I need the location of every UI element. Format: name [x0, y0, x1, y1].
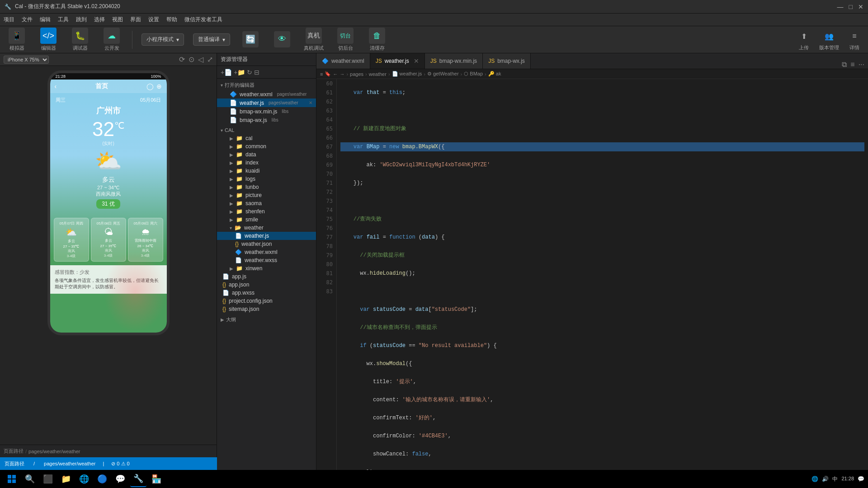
folder-xinwen[interactable]: ▶ 📁 xinwen [217, 264, 316, 272]
folder-saoma[interactable]: ▶ 📁 saoma [217, 199, 316, 207]
taskbar-search[interactable]: 🔍 [22, 471, 38, 487]
folder-picture[interactable]: ▶ 📁 picture [217, 191, 316, 199]
more-tabs-icon[interactable]: ≡ [850, 61, 854, 69]
window-controls[interactable]: — □ ✕ [837, 3, 863, 10]
code-content[interactable]: var that = this; // 新建百度地图对象 var BMap = … [337, 79, 868, 488]
breadcrumb-get-weather[interactable]: ⚙ getWeather [427, 71, 459, 77]
folder-smile[interactable]: ▶ 📁 smile [217, 216, 316, 224]
folder-weather[interactable]: ▾ 📂 weather [217, 224, 316, 232]
back-phone-icon[interactable]: ◁ [198, 55, 203, 64]
simulator-btn[interactable]: 📱 模拟器 [5, 28, 28, 52]
folder-data[interactable]: ▶ 📁 data [217, 150, 316, 159]
taskbar-cortana[interactable]: ⬛ [40, 471, 56, 487]
collapse-icon[interactable]: ⊟ [254, 69, 259, 76]
preview-btn[interactable]: 👁 [271, 31, 293, 48]
breadcrumb-pages[interactable]: pages [350, 71, 363, 77]
file-app-js[interactable]: 📄 app.js [217, 272, 316, 281]
breadcrumb-bookmark-icon: 🔖 [325, 71, 331, 77]
breadcrumb-weather-js[interactable]: 📄 weather.js [392, 71, 422, 77]
folder-index[interactable]: ▶ 📁 index [217, 159, 316, 167]
open-editors-label[interactable]: ▾ 打开的编辑器 [217, 80, 316, 90]
device-selector[interactable]: iPhone X 75% [4, 56, 49, 64]
breadcrumb-bmap[interactable]: ⬡ BMap [464, 71, 483, 77]
file-sitemap[interactable]: {} sitemap.json [217, 305, 316, 313]
maximize-button[interactable]: □ [849, 3, 853, 10]
tab-overflow-icon[interactable]: ··· [859, 61, 864, 69]
menu-item-视图[interactable]: 视图 [112, 16, 123, 23]
menu-item-选择[interactable]: 选择 [94, 16, 105, 23]
version-btn[interactable]: 👥 版本管理 [819, 28, 839, 51]
file-weather-wxss[interactable]: 📄 weather.wxss [217, 256, 316, 264]
menu-item-设置[interactable]: 设置 [148, 16, 159, 23]
file-weather-json[interactable]: {} weather.json [217, 240, 316, 248]
cal-root-label[interactable]: ▾ CAL [217, 126, 316, 134]
compile-dropdown[interactable]: 普通编译 ▾ [193, 33, 230, 46]
tab-close-icon[interactable]: ✕ [414, 57, 419, 65]
close-file-icon[interactable]: ✕ [309, 100, 312, 105]
menu-item-跳到[interactable]: 跳到 [76, 16, 87, 23]
breadcrumb-forward-btn[interactable]: → [340, 71, 344, 77]
menu-item-界面[interactable]: 界面 [130, 16, 141, 23]
folder-lunbo[interactable]: ▶ 📁 lunbo [217, 183, 316, 191]
clear-cache-btn[interactable]: 🗑 清缓存 [366, 28, 388, 52]
refresh-icon[interactable]: ↻ [247, 69, 252, 76]
tab-weather-js[interactable]: JS weather.js ✕ [370, 53, 425, 69]
file-weather-js[interactable]: 📄 weather.js [217, 232, 316, 240]
folder-common[interactable]: ▶ 📁 common [217, 142, 316, 150]
taskbar-store[interactable]: 🏪 [148, 471, 165, 487]
open-file-bmap[interactable]: 📄 bmap-wx.js libs [217, 116, 316, 124]
upload-btn[interactable]: ⬆ 上传 [796, 28, 812, 51]
menu-item-微信开发者工具[interactable]: 微信开发者工具 [184, 16, 222, 23]
folder-name-picture: picture [245, 192, 262, 198]
breadcrumb-back-btn[interactable]: ← [333, 71, 338, 77]
outline-label[interactable]: ▶ 大纲 [217, 315, 316, 324]
taskbar-wechat[interactable]: 💬 [112, 471, 128, 487]
open-file-weather-js[interactable]: 📄 weather.js pages\weather ✕ [217, 99, 316, 107]
taskbar-devtools[interactable]: 🔧 [130, 471, 146, 487]
folder-kuaidi[interactable]: ▶ 📁 kuaidi [217, 167, 316, 175]
back-btn[interactable]: 切台 切后台 [334, 28, 357, 52]
menu-item-工具[interactable]: 工具 [58, 16, 69, 23]
open-file-weather-wxml[interactable]: 🔷 weather.wxml pages\weather [217, 90, 316, 99]
device-debug-btn[interactable]: 真机 真机调试 [302, 28, 325, 52]
new-file-icon[interactable]: +📄 [221, 69, 232, 76]
taskbar-edge[interactable]: 🔵 [94, 471, 110, 487]
rotate-icon[interactable]: ⟳ [179, 55, 185, 64]
tab-bmap[interactable]: JS bmap-wx.js [483, 53, 531, 69]
file-app-wxss[interactable]: 📄 app.wxss [217, 289, 316, 297]
home-icon[interactable]: ⊙ [189, 55, 194, 64]
phone-back-btn[interactable]: ‹ [55, 83, 57, 90]
taskbar-chrome[interactable]: 🌐 [76, 471, 92, 487]
folder-icon-cal: 📁 [236, 135, 243, 141]
tab-weather-wxml[interactable]: 🔷 weather.wxml [316, 53, 370, 69]
menu-item-帮助[interactable]: 帮助 [166, 16, 177, 23]
editor-btn[interactable]: </> 编辑器 [37, 28, 60, 52]
weather-temp-container: 32℃ [56, 118, 161, 141]
file-weather-wxml[interactable]: 🔷 weather.wxml [217, 248, 316, 256]
folder-cal[interactable]: ▶ 📁 cal [217, 134, 316, 142]
close-button[interactable]: ✕ [858, 3, 863, 10]
cloud-btn[interactable]: ☁ 云开发 [100, 28, 123, 52]
menu-item-文件[interactable]: 文件 [22, 16, 33, 23]
mode-dropdown[interactable]: 小程序模式 ▾ [142, 33, 184, 46]
debugger-btn[interactable]: 🐛 调试器 [69, 28, 91, 52]
compile-btn[interactable]: 🔄 [239, 31, 262, 48]
new-folder-icon[interactable]: +📁 [234, 69, 245, 76]
tab-bmap-min[interactable]: JS bmap-wx.min.js [425, 53, 483, 69]
breadcrumb-ak[interactable]: 🔑 ak [488, 71, 501, 77]
file-project-config[interactable]: {} project.config.json [217, 297, 316, 305]
open-file-bmap-min[interactable]: 📄 bmap-wx.min.js libs [217, 107, 316, 116]
detail-btn[interactable]: ≡ 详情 [846, 28, 863, 51]
minimize-button[interactable]: — [837, 3, 844, 10]
taskbar-explorer[interactable]: 📁 [58, 471, 74, 487]
split-editor-icon[interactable]: ⧉ [842, 61, 847, 69]
menu-item-项目[interactable]: 项目 [4, 16, 14, 23]
folder-logs[interactable]: ▶ 📁 logs [217, 175, 316, 183]
start-button[interactable] [4, 471, 20, 487]
folder-shenfen[interactable]: ▶ 📁 shenfen [217, 207, 316, 216]
notification-icon[interactable]: 💬 [858, 476, 864, 482]
file-app-json[interactable]: {} app.json [217, 281, 316, 289]
breadcrumb-weather-folder[interactable]: weather [369, 71, 387, 77]
fullscreen-icon[interactable]: ⤢ [207, 55, 213, 64]
menu-item-编辑[interactable]: 编辑 [40, 16, 51, 23]
